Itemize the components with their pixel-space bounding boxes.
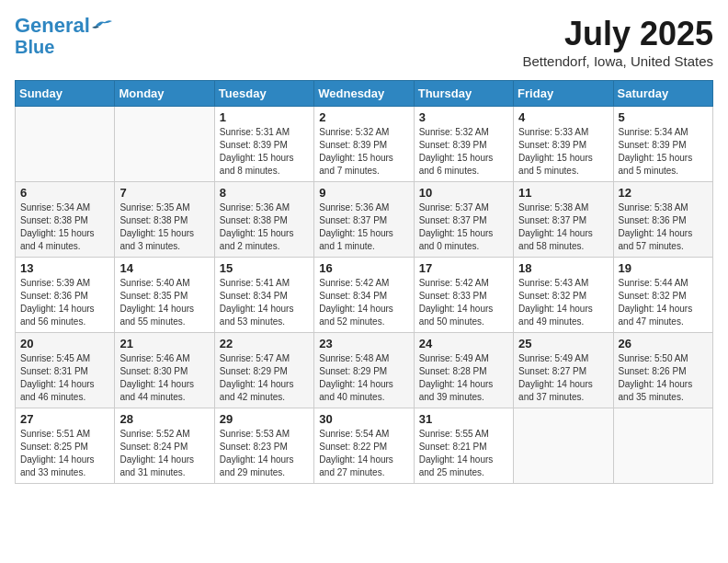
- day-info: Sunrise: 5:41 AM Sunset: 8:34 PM Dayligh…: [220, 277, 309, 328]
- calendar-cell: 28Sunrise: 5:52 AM Sunset: 8:24 PM Dayli…: [115, 408, 214, 484]
- day-number: 3: [419, 110, 508, 124]
- weekday-header-thursday: Thursday: [414, 81, 513, 107]
- calendar-cell: 11Sunrise: 5:38 AM Sunset: 8:37 PM Dayli…: [514, 182, 613, 258]
- calendar-cell: [613, 408, 712, 484]
- day-number: 7: [119, 186, 209, 200]
- calendar-cell: 3Sunrise: 5:32 AM Sunset: 8:39 PM Daylig…: [414, 107, 513, 182]
- day-info: Sunrise: 5:37 AM Sunset: 8:37 PM Dayligh…: [419, 201, 508, 253]
- day-number: 21: [119, 337, 209, 350]
- calendar-cell: [16, 107, 115, 182]
- logo: General Blue: [15, 15, 112, 57]
- calendar-cell: 20Sunrise: 5:45 AM Sunset: 8:31 PM Dayli…: [16, 333, 115, 408]
- calendar-cell: 4Sunrise: 5:33 AM Sunset: 8:39 PM Daylig…: [514, 107, 613, 182]
- calendar-cell: 16Sunrise: 5:42 AM Sunset: 8:34 PM Dayli…: [314, 258, 414, 333]
- day-info: Sunrise: 5:43 AM Sunset: 8:32 PM Dayligh…: [518, 277, 608, 328]
- day-info: Sunrise: 5:46 AM Sunset: 8:30 PM Dayligh…: [119, 352, 209, 404]
- calendar-cell: 7Sunrise: 5:35 AM Sunset: 8:38 PM Daylig…: [115, 182, 214, 258]
- calendar-cell: 8Sunrise: 5:36 AM Sunset: 8:38 PM Daylig…: [214, 182, 313, 258]
- day-info: Sunrise: 5:34 AM Sunset: 8:38 PM Dayligh…: [20, 201, 109, 253]
- day-info: Sunrise: 5:34 AM Sunset: 8:39 PM Dayligh…: [619, 126, 708, 178]
- day-info: Sunrise: 5:47 AM Sunset: 8:29 PM Dayligh…: [220, 352, 309, 404]
- logo-bird-icon: [92, 18, 112, 33]
- calendar-cell: 31Sunrise: 5:55 AM Sunset: 8:21 PM Dayli…: [414, 408, 513, 484]
- day-info: Sunrise: 5:48 AM Sunset: 8:29 PM Dayligh…: [319, 352, 408, 404]
- day-info: Sunrise: 5:35 AM Sunset: 8:38 PM Dayligh…: [119, 201, 209, 253]
- day-number: 28: [119, 412, 209, 426]
- day-number: 16: [319, 261, 408, 275]
- day-info: Sunrise: 5:40 AM Sunset: 8:35 PM Dayligh…: [119, 277, 209, 328]
- calendar-cell: 26Sunrise: 5:50 AM Sunset: 8:26 PM Dayli…: [613, 333, 712, 408]
- weekday-header-monday: Monday: [115, 81, 214, 107]
- day-info: Sunrise: 5:45 AM Sunset: 8:31 PM Dayligh…: [20, 352, 109, 404]
- day-info: Sunrise: 5:50 AM Sunset: 8:26 PM Dayligh…: [619, 352, 708, 404]
- day-info: Sunrise: 5:51 AM Sunset: 8:25 PM Dayligh…: [20, 428, 109, 479]
- day-info: Sunrise: 5:32 AM Sunset: 8:39 PM Dayligh…: [419, 126, 508, 178]
- day-number: 26: [619, 337, 708, 350]
- day-number: 22: [220, 337, 309, 350]
- calendar-cell: 24Sunrise: 5:49 AM Sunset: 8:28 PM Dayli…: [414, 333, 513, 408]
- day-info: Sunrise: 5:42 AM Sunset: 8:34 PM Dayligh…: [319, 277, 408, 328]
- day-info: Sunrise: 5:39 AM Sunset: 8:36 PM Dayligh…: [20, 277, 109, 328]
- calendar-week-1: 1Sunrise: 5:31 AM Sunset: 8:39 PM Daylig…: [16, 107, 713, 182]
- day-info: Sunrise: 5:54 AM Sunset: 8:22 PM Dayligh…: [319, 428, 408, 479]
- weekday-header-tuesday: Tuesday: [214, 81, 313, 107]
- calendar-week-5: 27Sunrise: 5:51 AM Sunset: 8:25 PM Dayli…: [16, 408, 713, 484]
- calendar-cell: 12Sunrise: 5:38 AM Sunset: 8:36 PM Dayli…: [613, 182, 712, 258]
- day-number: 31: [419, 412, 508, 426]
- logo-text: General: [15, 15, 90, 37]
- day-number: 11: [518, 186, 608, 200]
- day-number: 23: [319, 337, 408, 350]
- day-info: Sunrise: 5:44 AM Sunset: 8:32 PM Dayligh…: [619, 277, 708, 328]
- day-number: 27: [20, 412, 109, 426]
- calendar-week-4: 20Sunrise: 5:45 AM Sunset: 8:31 PM Dayli…: [16, 333, 713, 408]
- calendar-week-3: 13Sunrise: 5:39 AM Sunset: 8:36 PM Dayli…: [16, 258, 713, 333]
- calendar-cell: [115, 107, 214, 182]
- calendar-cell: 21Sunrise: 5:46 AM Sunset: 8:30 PM Dayli…: [115, 333, 214, 408]
- title-block: July 2025 Bettendorf, Iowa, United State…: [522, 15, 713, 69]
- calendar-cell: 23Sunrise: 5:48 AM Sunset: 8:29 PM Dayli…: [314, 333, 414, 408]
- day-number: 19: [619, 261, 708, 275]
- day-number: 20: [20, 337, 109, 350]
- day-number: 15: [220, 261, 309, 275]
- weekday-header-sunday: Sunday: [16, 81, 115, 107]
- day-info: Sunrise: 5:49 AM Sunset: 8:28 PM Dayligh…: [419, 352, 508, 404]
- day-info: Sunrise: 5:38 AM Sunset: 8:36 PM Dayligh…: [619, 201, 708, 253]
- calendar-cell: 2Sunrise: 5:32 AM Sunset: 8:39 PM Daylig…: [314, 107, 414, 182]
- calendar-cell: 14Sunrise: 5:40 AM Sunset: 8:35 PM Dayli…: [115, 258, 214, 333]
- day-number: 30: [319, 412, 408, 426]
- weekday-header-wednesday: Wednesday: [314, 81, 414, 107]
- day-number: 10: [419, 186, 508, 200]
- weekday-header-row: SundayMondayTuesdayWednesdayThursdayFrid…: [16, 81, 713, 107]
- day-info: Sunrise: 5:31 AM Sunset: 8:39 PM Dayligh…: [220, 126, 309, 178]
- day-number: 14: [119, 261, 209, 275]
- day-info: Sunrise: 5:52 AM Sunset: 8:24 PM Dayligh…: [119, 428, 209, 479]
- day-info: Sunrise: 5:49 AM Sunset: 8:27 PM Dayligh…: [518, 352, 608, 404]
- calendar-body: 1Sunrise: 5:31 AM Sunset: 8:39 PM Daylig…: [16, 107, 713, 484]
- weekday-header-saturday: Saturday: [613, 81, 712, 107]
- calendar-cell: 29Sunrise: 5:53 AM Sunset: 8:23 PM Dayli…: [214, 408, 313, 484]
- calendar-cell: 30Sunrise: 5:54 AM Sunset: 8:22 PM Dayli…: [314, 408, 414, 484]
- calendar-cell: 17Sunrise: 5:42 AM Sunset: 8:33 PM Dayli…: [414, 258, 513, 333]
- day-number: 5: [619, 110, 708, 124]
- day-number: 17: [419, 261, 508, 275]
- calendar-cell: [514, 408, 613, 484]
- calendar-cell: 5Sunrise: 5:34 AM Sunset: 8:39 PM Daylig…: [613, 107, 712, 182]
- location: Bettendorf, Iowa, United States: [522, 53, 713, 69]
- day-info: Sunrise: 5:42 AM Sunset: 8:33 PM Dayligh…: [419, 277, 508, 328]
- day-info: Sunrise: 5:36 AM Sunset: 8:38 PM Dayligh…: [220, 201, 309, 253]
- calendar-table: SundayMondayTuesdayWednesdayThursdayFrid…: [15, 80, 713, 484]
- calendar-cell: 6Sunrise: 5:34 AM Sunset: 8:38 PM Daylig…: [16, 182, 115, 258]
- day-info: Sunrise: 5:33 AM Sunset: 8:39 PM Dayligh…: [518, 126, 608, 178]
- calendar-cell: 13Sunrise: 5:39 AM Sunset: 8:36 PM Dayli…: [16, 258, 115, 333]
- calendar-week-2: 6Sunrise: 5:34 AM Sunset: 8:38 PM Daylig…: [16, 182, 713, 258]
- month-title: July 2025: [522, 15, 713, 53]
- day-number: 1: [220, 110, 309, 124]
- day-number: 24: [419, 337, 508, 350]
- day-number: 9: [319, 186, 408, 200]
- weekday-header-friday: Friday: [514, 81, 613, 107]
- day-info: Sunrise: 5:55 AM Sunset: 8:21 PM Dayligh…: [419, 428, 508, 479]
- calendar-cell: 22Sunrise: 5:47 AM Sunset: 8:29 PM Dayli…: [214, 333, 313, 408]
- day-info: Sunrise: 5:32 AM Sunset: 8:39 PM Dayligh…: [319, 126, 408, 178]
- calendar-cell: 1Sunrise: 5:31 AM Sunset: 8:39 PM Daylig…: [214, 107, 313, 182]
- day-number: 13: [20, 261, 109, 275]
